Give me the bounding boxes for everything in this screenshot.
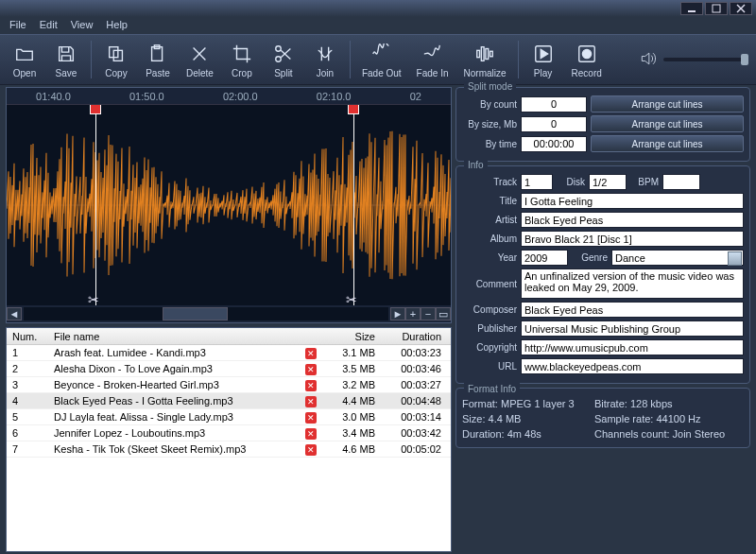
normalize-icon: [472, 42, 497, 66]
split-mode-panel: Split mode By countArrange cut lines By …: [455, 87, 750, 162]
fadeout-icon: [369, 42, 394, 66]
paste-button[interactable]: Paste: [141, 40, 175, 80]
year-input[interactable]: [521, 250, 568, 266]
publisher-input[interactable]: [521, 320, 744, 337]
folder-open-icon: [12, 42, 37, 66]
svg-rect-1: [713, 5, 720, 12]
col-size[interactable]: Size: [324, 329, 381, 344]
scroll-left-button[interactable]: ◄: [7, 307, 22, 320]
split-count-input[interactable]: [521, 96, 587, 113]
svg-rect-17: [490, 51, 493, 57]
horizontal-scrollbar[interactable]: [24, 307, 388, 320]
menubar: File Edit View Help: [0, 17, 756, 34]
paste-icon: [146, 42, 170, 66]
close-button[interactable]: [730, 2, 752, 15]
track-input[interactable]: [521, 174, 553, 190]
cut-marker[interactable]: ✂: [95, 105, 96, 305]
delete-row-icon[interactable]: ✕: [305, 348, 317, 359]
svg-point-11: [276, 56, 282, 61]
toolbar: Open Save Copy Paste Delete Crop Split J…: [0, 34, 756, 85]
join-button[interactable]: Join: [308, 40, 342, 80]
col-filename[interactable]: File name: [48, 329, 298, 344]
format-info-panel: Format Info Format: MPEG 1 layer 3Bitrat…: [455, 388, 750, 448]
col-duration[interactable]: Duration: [381, 329, 451, 344]
album-input[interactable]: [521, 231, 744, 247]
delete-row-icon[interactable]: ✕: [305, 412, 317, 424]
save-button[interactable]: Save: [49, 40, 83, 80]
floppy-icon: [54, 42, 78, 66]
col-num[interactable]: Num.: [7, 329, 48, 344]
svg-point-20: [582, 49, 591, 58]
maximize-button[interactable]: [705, 2, 728, 15]
table-row[interactable]: 5DJ Layla feat. Alissa - Single Lady.mp3…: [7, 409, 451, 425]
artist-input[interactable]: [521, 212, 744, 228]
play-icon: [531, 42, 556, 66]
record-button[interactable]: Record: [568, 40, 606, 80]
delete-row-icon[interactable]: ✕: [305, 428, 317, 440]
title-input[interactable]: [521, 193, 744, 209]
composer-input[interactable]: [521, 302, 744, 318]
url-input[interactable]: [521, 358, 744, 374]
zoom-fit-button[interactable]: ▭: [436, 307, 451, 320]
split-time-input[interactable]: [521, 136, 587, 152]
svg-rect-15: [481, 46, 484, 61]
svg-point-10: [276, 45, 282, 51]
file-list: Num. File name Size Duration 1Arash feat…: [6, 327, 452, 552]
fadein-icon: [421, 42, 445, 66]
scroll-right-button[interactable]: ►: [390, 307, 405, 320]
delete-row-icon[interactable]: ✕: [305, 444, 317, 456]
cut-marker[interactable]: ✂: [353, 105, 354, 305]
delete-row-icon[interactable]: ✕: [305, 380, 317, 391]
delete-row-icon[interactable]: ✕: [305, 396, 317, 407]
crop-button[interactable]: Crop: [225, 40, 259, 80]
table-row[interactable]: 4Black Eyed Peas - I Gotta Feeling.mp3✕4…: [7, 393, 451, 409]
delete-icon: [187, 42, 212, 66]
svg-line-13: [281, 48, 290, 57]
waveform[interactable]: ✂ ✂: [7, 105, 451, 305]
copy-button[interactable]: Copy: [99, 40, 133, 80]
menu-help[interactable]: Help: [106, 19, 128, 32]
info-panel: Info TrackDiskBPM Title Artist Album Yea…: [455, 165, 750, 384]
record-icon: [575, 42, 599, 66]
menu-edit[interactable]: Edit: [40, 19, 58, 32]
volume-slider[interactable]: [663, 58, 748, 61]
zoom-in-button[interactable]: +: [405, 307, 421, 320]
join-icon: [313, 42, 337, 66]
timeline[interactable]: 01:40.001:50.002:00.002:10.002: [7, 88, 451, 105]
delete-button[interactable]: Delete: [182, 40, 217, 80]
normalize-button[interactable]: Normalize: [460, 40, 510, 80]
speaker-icon: [639, 49, 658, 70]
table-row[interactable]: 3Beyonce - Broken-Hearted Girl.mp3✕3.2 M…: [7, 377, 451, 393]
delete-row-icon[interactable]: ✕: [305, 364, 317, 375]
table-row[interactable]: 7Kesha - Tik Tok (Skeet Skeet Remix).mp3…: [7, 441, 451, 458]
scissors-icon: ✂: [346, 292, 357, 305]
crop-icon: [230, 42, 254, 66]
open-button[interactable]: Open: [8, 40, 42, 80]
copy-icon: [104, 42, 129, 66]
zoom-out-button[interactable]: −: [421, 307, 436, 320]
play-button[interactable]: Play: [526, 40, 560, 80]
table-row[interactable]: 2Alesha Dixon - To Love Again.mp3✕3.5 MB…: [7, 361, 451, 377]
fadeout-button[interactable]: Fade Out: [358, 40, 405, 80]
scissors-icon: ✂: [88, 292, 99, 305]
arrange-size-button[interactable]: Arrange cut lines: [591, 115, 744, 132]
menu-file[interactable]: File: [9, 19, 26, 32]
genre-select[interactable]: [611, 250, 744, 266]
waveform-panel: 01:40.001:50.002:00.002:10.002 ✂ ✂ ◄ ► +…: [6, 87, 452, 323]
split-size-input[interactable]: [521, 116, 587, 132]
svg-rect-14: [477, 50, 480, 57]
comment-input[interactable]: An unfinalized version of the music vide…: [521, 268, 744, 299]
table-row[interactable]: 1Arash feat. Lumidee - Kandi.mp3✕3.1 MB0…: [7, 345, 451, 361]
scissors-icon: [271, 42, 296, 66]
table-row[interactable]: 6Jennifer Lopez - Louboutins.mp3✕3.4 MB0…: [7, 425, 451, 441]
bpm-input[interactable]: [662, 174, 700, 190]
svg-line-12: [281, 50, 290, 59]
arrange-count-button[interactable]: Arrange cut lines: [591, 95, 744, 113]
arrange-time-button[interactable]: Arrange cut lines: [591, 135, 744, 152]
disk-input[interactable]: [589, 174, 627, 190]
minimize-button[interactable]: [680, 2, 703, 15]
split-button[interactable]: Split: [266, 40, 301, 80]
menu-view[interactable]: View: [71, 19, 94, 32]
fadein-button[interactable]: Fade In: [413, 40, 453, 80]
copyright-input[interactable]: [521, 339, 744, 355]
